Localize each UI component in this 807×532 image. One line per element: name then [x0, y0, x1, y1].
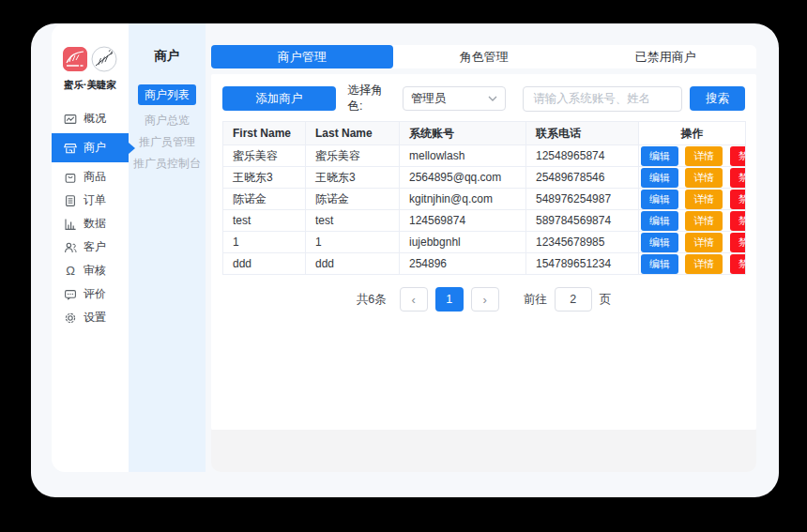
role-select[interactable]: 管理员	[403, 86, 506, 111]
cell-last-name: 王晓东3	[306, 167, 400, 189]
cell-first-name: ddd	[223, 253, 306, 275]
sidebar-item-label: 订单	[84, 192, 106, 208]
cell-phone: 589784569874	[526, 210, 639, 232]
cell-first-name: 蜜乐美容	[223, 145, 306, 167]
sidebar-item-reviews[interactable]: 评价	[52, 282, 129, 306]
goto-page-input[interactable]	[555, 287, 592, 312]
detail-button[interactable]: 详情	[685, 233, 723, 252]
cell-account: kgitnjhin@q.com	[400, 189, 526, 210]
tab-disabled-merchants[interactable]: 已禁用商户	[574, 45, 756, 68]
order-icon	[64, 194, 77, 207]
cell-account: iujebbgnhl	[400, 232, 526, 253]
cell-phone: 25489678546	[526, 167, 639, 189]
chevron-down-icon	[488, 96, 497, 101]
ban-button[interactable]: 禁用	[730, 168, 746, 188]
table-row: 1 1 iujebbgnhl 12345678985 编辑 详情 禁用	[223, 232, 746, 253]
edit-button[interactable]: 编辑	[641, 168, 678, 188]
sidebar: 蜜乐·美睫家 概况 商户	[52, 23, 129, 472]
edit-button[interactable]: 编辑	[641, 233, 678, 252]
ban-button[interactable]: 禁用	[730, 254, 746, 274]
cell-last-name: ddd	[306, 253, 400, 275]
prev-page-button[interactable]: ‹	[400, 287, 428, 312]
overview-icon	[64, 113, 77, 126]
sidebar-item-label: 审核	[84, 263, 106, 279]
submenu-item-promoter-console[interactable]: 推广员控制台	[129, 157, 206, 170]
app-window: 蜜乐·美睫家 概况 商户	[31, 23, 779, 497]
edit-button[interactable]: 编辑	[641, 146, 678, 166]
sidebar-item-audit[interactable]: Ω 审核	[52, 259, 129, 282]
cell-first-name: 王晓东3	[223, 167, 306, 189]
column-header-account: 系统账号	[400, 122, 526, 145]
goto-page-label: 前往	[524, 292, 547, 308]
data-icon	[64, 218, 77, 231]
column-header-first-name: First Name	[223, 122, 306, 145]
detail-button[interactable]: 详情	[685, 190, 723, 209]
brand-app-icon	[63, 47, 87, 71]
edit-button[interactable]: 编辑	[641, 190, 678, 209]
cell-actions: 编辑 详情 禁用	[639, 189, 746, 210]
goods-icon	[64, 171, 77, 184]
sidebar-item-label: 商品	[84, 169, 106, 185]
detail-button[interactable]: 详情	[685, 146, 723, 166]
cell-first-name: 1	[223, 232, 306, 253]
brand-circle-logo	[91, 46, 117, 72]
sidebar-item-goods[interactable]: 商品	[52, 165, 129, 189]
current-page-button[interactable]: 1	[435, 287, 464, 312]
sidebar-item-merchant[interactable]: 商户	[52, 133, 129, 162]
ban-button[interactable]: 禁用	[730, 190, 746, 209]
sidebar-item-orders[interactable]: 订单	[52, 189, 129, 212]
review-icon	[64, 288, 77, 301]
column-header-last-name: Last Name	[306, 122, 400, 145]
sidebar-item-label: 设置	[84, 310, 106, 326]
tab-merchant-management[interactable]: 商户管理	[211, 45, 393, 68]
cell-actions: 编辑 详情 禁用	[639, 145, 746, 167]
detail-button[interactable]: 详情	[685, 254, 723, 274]
cell-phone: 12548965874	[526, 145, 639, 167]
sidebar-item-data[interactable]: 数据	[52, 212, 129, 236]
ban-button[interactable]: 禁用	[730, 211, 746, 231]
cell-account: mellowlash	[400, 145, 526, 167]
footer-area	[211, 430, 756, 472]
edit-button[interactable]: 编辑	[641, 254, 678, 274]
cell-account: 2564895@qq.com	[400, 167, 526, 189]
sidebar-item-label: 客户	[84, 239, 106, 255]
cell-last-name: 蜜乐美容	[306, 145, 400, 167]
submenu-item-merchant-list[interactable]: 商户列表	[138, 84, 196, 105]
table-row: test test 124569874 589784569874 编辑 详情 禁…	[223, 210, 746, 232]
detail-button[interactable]: 详情	[685, 211, 723, 231]
submenu-item-promoter-management[interactable]: 推广员管理	[129, 135, 206, 148]
cell-actions: 编辑 详情 禁用	[639, 210, 746, 232]
search-input[interactable]	[523, 86, 682, 112]
page-unit-label: 页	[600, 292, 612, 308]
cell-phone: 154789651234	[526, 253, 639, 275]
detail-button[interactable]: 详情	[685, 168, 723, 188]
merchant-icon	[64, 142, 77, 155]
main-content: 商户管理 角色管理 已禁用商户 添加商户 选择角色: 管理员 搜索	[211, 45, 756, 472]
sidebar-item-customers[interactable]: 客户	[52, 236, 129, 259]
cell-phone: 12345678985	[526, 232, 639, 253]
search-button[interactable]: 搜索	[690, 86, 745, 111]
table-row: ddd ddd 254896 154789651234 编辑 详情 禁用	[223, 253, 746, 275]
next-page-button[interactable]: ›	[471, 287, 499, 312]
cell-first-name: 陈诺金	[223, 189, 306, 210]
sidebar-item-overview[interactable]: 概况	[52, 107, 129, 130]
cell-last-name: 陈诺金	[306, 189, 400, 210]
cell-actions: 编辑 详情 禁用	[639, 232, 746, 253]
cell-actions: 编辑 详情 禁用	[639, 253, 746, 275]
sidebar-item-label: 概况	[84, 111, 106, 127]
submenu-title: 商户	[129, 23, 206, 65]
edit-button[interactable]: 编辑	[641, 211, 678, 231]
ban-button[interactable]: 禁用	[730, 146, 746, 166]
ban-button[interactable]: 禁用	[730, 233, 746, 252]
column-header-phone: 联系电话	[526, 122, 639, 145]
add-merchant-button[interactable]: 添加商户	[222, 86, 336, 111]
cell-account: 254896	[400, 253, 526, 275]
customer-icon	[64, 241, 77, 254]
audit-icon: Ω	[64, 265, 77, 277]
merchant-panel: 添加商户 选择角色: 管理员 搜索 First N	[211, 74, 756, 430]
sidebar-item-label: 商户	[84, 140, 106, 156]
table-header-row: First Name Last Name 系统账号 联系电话 操作	[223, 122, 746, 145]
tab-role-management[interactable]: 角色管理	[393, 45, 575, 68]
submenu-item-merchant-overview[interactable]: 商户总览	[129, 114, 206, 127]
sidebar-item-settings[interactable]: 设置	[52, 306, 129, 329]
